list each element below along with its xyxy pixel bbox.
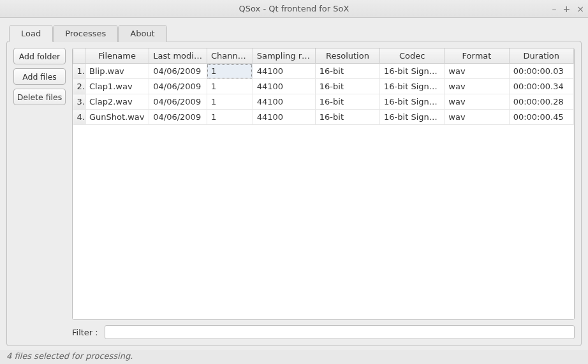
status-text: 4 files selected for processing. bbox=[6, 351, 133, 361]
col-filename[interactable]: Filename bbox=[85, 48, 149, 64]
row-number: 2 bbox=[73, 79, 85, 94]
filter-row: Filter : bbox=[13, 325, 575, 339]
table-row[interactable]: 2Clap1.wav04/06/200914410016-bit16-bit S… bbox=[73, 79, 574, 94]
filter-input[interactable] bbox=[105, 325, 575, 339]
table-cell[interactable]: Clap2.wav bbox=[85, 94, 149, 110]
table-cell[interactable]: 16-bit bbox=[315, 94, 379, 110]
tab-processes[interactable]: Processes bbox=[53, 25, 118, 42]
table-cell[interactable]: 44100 bbox=[253, 64, 315, 79]
row-number: 4 bbox=[73, 110, 85, 125]
table-cell[interactable]: 1 bbox=[207, 79, 253, 94]
table-cell[interactable]: 44100 bbox=[253, 110, 315, 125]
statusbar: 4 files selected for processing. bbox=[0, 350, 588, 364]
col-format[interactable]: Format bbox=[445, 48, 509, 64]
table-cell[interactable]: 00:00:00.28 bbox=[509, 94, 573, 110]
col-channels[interactable]: Channels bbox=[207, 48, 253, 64]
table-cell[interactable]: 44100 bbox=[253, 79, 315, 94]
titlebar: QSox - Qt frontend for SoX – + × bbox=[0, 0, 588, 18]
table-cell[interactable]: 1 bbox=[207, 64, 253, 79]
close-icon[interactable]: × bbox=[577, 4, 584, 14]
table-cell[interactable]: 04/06/2009 bbox=[149, 110, 207, 125]
col-codec[interactable]: Codec bbox=[380, 48, 445, 64]
table-cell[interactable]: 00:00:00.45 bbox=[509, 110, 573, 125]
table-cell[interactable]: 16-bit bbox=[315, 79, 379, 94]
rownum-header bbox=[73, 48, 85, 64]
main-frame: Load Processes About Add folder Add file… bbox=[0, 18, 588, 350]
table-cell[interactable]: 16-bit Signed I... bbox=[380, 94, 445, 110]
table-cell[interactable]: 16-bit bbox=[315, 64, 379, 79]
tab-load[interactable]: Load bbox=[9, 25, 53, 42]
col-last-modified[interactable]: Last modified bbox=[149, 48, 207, 64]
table-cell[interactable]: 44100 bbox=[253, 94, 315, 110]
table-cell[interactable]: 04/06/2009 bbox=[149, 64, 207, 79]
add-folder-button[interactable]: Add folder bbox=[13, 48, 66, 64]
table-cell[interactable]: 04/06/2009 bbox=[149, 79, 207, 94]
tab-panel-load: Add folder Add files Delete files bbox=[6, 41, 582, 346]
table-row[interactable]: 4GunShot.wav04/06/200914410016-bit16-bit… bbox=[73, 110, 574, 125]
table-cell[interactable]: 04/06/2009 bbox=[149, 94, 207, 110]
side-buttons: Add folder Add files Delete files bbox=[13, 48, 66, 320]
maximize-icon[interactable]: + bbox=[563, 4, 571, 14]
window-title: QSox - Qt frontend for SoX bbox=[239, 4, 349, 13]
table-cell[interactable]: Clap1.wav bbox=[85, 79, 149, 94]
table-cell[interactable]: 16-bit Signed I... bbox=[380, 79, 445, 94]
table-row[interactable]: 3Clap2.wav04/06/200914410016-bit16-bit S… bbox=[73, 94, 574, 110]
table-cell[interactable]: 1 bbox=[207, 94, 253, 110]
table-cell[interactable]: 1 bbox=[207, 110, 253, 125]
tabbar: Load Processes About bbox=[6, 24, 582, 41]
tab-about[interactable]: About bbox=[118, 25, 166, 42]
row-number: 1 bbox=[73, 64, 85, 79]
add-files-button[interactable]: Add files bbox=[13, 68, 66, 85]
table-cell[interactable]: GunShot.wav bbox=[85, 110, 149, 125]
col-sampling-rate[interactable]: Sampling rate bbox=[253, 48, 315, 64]
table-row[interactable]: 1Blip.wav04/06/200914410016-bit16-bit Si… bbox=[73, 64, 574, 79]
table-empty-area bbox=[73, 125, 574, 319]
table-cell[interactable]: wav bbox=[445, 64, 509, 79]
table-cell[interactable]: 16-bit Signed I... bbox=[380, 110, 445, 125]
delete-files-button[interactable]: Delete files bbox=[13, 89, 66, 105]
col-duration[interactable]: Duration bbox=[509, 48, 573, 64]
filter-label: Filter : bbox=[72, 328, 98, 337]
file-table[interactable]: Filename Last modified Channels Sampling… bbox=[72, 48, 575, 320]
table-cell[interactable]: 16-bit Signed I... bbox=[380, 64, 445, 79]
col-resolution[interactable]: Resolution bbox=[315, 48, 379, 64]
row-number: 3 bbox=[73, 94, 85, 110]
table-cell[interactable]: Blip.wav bbox=[85, 64, 149, 79]
table-cell[interactable]: wav bbox=[445, 94, 509, 110]
minimize-icon[interactable]: – bbox=[552, 4, 557, 14]
table-cell[interactable]: wav bbox=[445, 110, 509, 125]
table-cell[interactable]: 16-bit bbox=[315, 110, 379, 125]
table-cell[interactable]: 00:00:00.34 bbox=[509, 79, 573, 94]
table-header-row: Filename Last modified Channels Sampling… bbox=[73, 48, 574, 64]
window-controls: – + × bbox=[552, 0, 584, 17]
table-cell[interactable]: 00:00:00.03 bbox=[509, 64, 573, 79]
table-cell[interactable]: wav bbox=[445, 79, 509, 94]
